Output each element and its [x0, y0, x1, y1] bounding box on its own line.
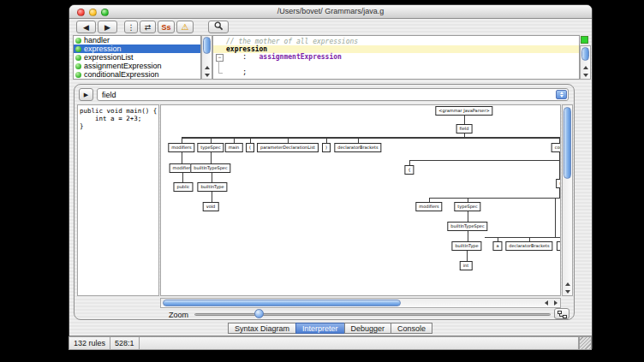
back-icon: ◀	[83, 23, 89, 32]
rule-list-scrollbar-arrows	[202, 63, 212, 79]
tree-node[interactable]: a	[492, 241, 502, 251]
rule-label: conditionalExpression	[84, 70, 159, 79]
rule-list-scrollbar-thumb[interactable]	[203, 37, 211, 54]
match-case-button[interactable]: Ss	[158, 21, 175, 33]
tree-node[interactable]: main	[225, 143, 243, 152]
input-code[interactable]: public void main() { int a = 2+3; }	[77, 104, 159, 296]
tree-node[interactable]: =	[557, 241, 561, 251]
scroll-up-arrow[interactable]	[563, 280, 572, 288]
start-rule-combobox[interactable]: field	[97, 88, 569, 101]
tree-node[interactable]: )	[322, 143, 331, 152]
tree-node[interactable]: typeSpec	[454, 202, 480, 211]
editor-line	[213, 61, 579, 68]
tree-node[interactable]: field	[456, 124, 473, 134]
fold-gutter	[213, 38, 224, 45]
rule-list-item[interactable]: expression	[74, 45, 200, 53]
rule-status-icon	[75, 72, 81, 78]
title-bar[interactable]: /Users/bovet/ Grammars/java.g	[69, 5, 592, 19]
app-window: /Users/bovet/ Grammars/java.g ◀ ▶ ⋮ ⇄ Ss…	[69, 4, 593, 349]
tree-node[interactable]: modifiers	[168, 143, 194, 152]
rule-list-toggle-button[interactable]: ⋮	[124, 21, 138, 33]
search-icon	[214, 21, 224, 33]
run-interpreter-button[interactable]: ▶	[79, 88, 93, 101]
tree-node[interactable]: statement	[556, 179, 561, 188]
tree-hscroll-thumb[interactable]	[163, 300, 401, 306]
fold-gutter	[213, 45, 224, 53]
fold-toggle-icon[interactable]	[213, 53, 224, 61]
editor-scrollbar-thumb[interactable]	[581, 47, 589, 61]
zoom-slider-track[interactable]	[194, 313, 551, 316]
editor-line: expression	[213, 45, 579, 53]
tree-node[interactable]: builtInTypeSpec	[447, 222, 487, 231]
rule-list-item[interactable]: conditionalExpression	[74, 70, 200, 79]
tree-vscroll-thumb[interactable]	[564, 107, 571, 179]
scroll-up-arrow[interactable]	[581, 63, 590, 71]
editor-line: ;	[213, 68, 579, 76]
tree-node[interactable]: public	[173, 182, 193, 192]
tree-node[interactable]: declaratorBrackets	[505, 241, 552, 251]
sort-rules-button[interactable]: ⇄	[140, 21, 156, 33]
export-tree-button[interactable]	[554, 308, 569, 319]
rule-list-scrollbar[interactable]	[201, 35, 212, 80]
syntax-ok-indicator	[581, 36, 588, 44]
tree-vertical-scrollbar[interactable]	[562, 104, 573, 296]
rule-status-icon	[75, 46, 81, 52]
zoom-slider-thumb[interactable]	[254, 309, 264, 318]
grammar-editor[interactable]: // the mother of all expressionsexpressi…	[212, 35, 580, 80]
forward-button[interactable]: ▶	[98, 21, 117, 33]
find-button[interactable]	[208, 21, 229, 33]
scroll-down-arrow[interactable]	[563, 288, 572, 295]
parse-tree-view[interactable]: <grammar JavaParser>fieldmodifierstypeSp…	[160, 104, 561, 296]
editor-line-text: expression	[224, 45, 267, 53]
scroll-left-arrow[interactable]	[541, 299, 551, 307]
tree-node[interactable]: declaratorBrackets	[334, 143, 381, 152]
tree-node[interactable]: int	[460, 261, 473, 270]
warning-icon: ⚠	[182, 22, 189, 32]
editor-scrollbar[interactable]	[580, 45, 591, 80]
warnings-button[interactable]: ⚠	[176, 21, 194, 33]
tab-interpreter[interactable]: Interpreter	[295, 323, 345, 334]
rule-count-cell: 132 rules	[69, 336, 110, 350]
tree-node[interactable]: typeSpec	[197, 143, 224, 152]
tree-horizontal-scrollbar[interactable]	[160, 298, 561, 308]
tab-debugger[interactable]: Debugger	[344, 323, 392, 334]
list-icon: ⋮	[128, 23, 135, 32]
tree-node[interactable]: <grammar JavaParser>	[435, 106, 492, 116]
rule-list-item[interactable]: handler	[74, 36, 200, 45]
combobox-arrows-icon[interactable]	[556, 90, 567, 99]
rule-status-icon	[75, 63, 81, 69]
tree-node[interactable]: modifiers	[415, 202, 442, 211]
start-rule-value: field	[102, 91, 116, 99]
status-message-cell	[139, 336, 579, 350]
tree-node[interactable]: void	[203, 202, 219, 211]
tree-node[interactable]: parameterDeclarationList	[257, 143, 319, 152]
tree-node[interactable]: {	[404, 165, 414, 175]
editor-line-text: : assignmentExpression	[224, 53, 342, 61]
rule-label: assignmentExpression	[84, 62, 162, 70]
view-tab-bar: Syntax DiagramInterpreterDebuggerConsole	[69, 323, 592, 335]
scroll-down-arrow[interactable]	[581, 71, 590, 79]
resize-grip[interactable]	[579, 336, 592, 350]
scroll-down-arrow[interactable]	[202, 71, 212, 79]
tree-node[interactable]: builtInType	[197, 182, 227, 192]
scroll-up-arrow[interactable]	[202, 63, 212, 71]
tree-node[interactable]: compoundStatement	[552, 143, 561, 152]
tab-console[interactable]: Console	[391, 323, 432, 334]
tree-node[interactable]: builtInTypeSpec	[190, 163, 230, 173]
rule-list-item[interactable]: expressionList	[74, 53, 200, 62]
zoom-slider[interactable]	[194, 309, 551, 319]
rule-list-item[interactable]: assignmentExpression	[74, 62, 200, 70]
editor-line-text: ;	[224, 68, 247, 76]
zoom-label: Zoom	[169, 311, 188, 319]
tab-syntax-diagram[interactable]: Syntax Diagram	[228, 323, 296, 334]
sort-arrows-icon: ⇄	[145, 23, 152, 32]
rule-list[interactable]: handlerexpressionexpressionListassignmen…	[73, 35, 201, 80]
editor-line-text: // the mother of all expressions	[224, 38, 358, 45]
rule-label: expressionList	[84, 53, 134, 62]
rule-label: handler	[84, 36, 110, 45]
back-button[interactable]: ◀	[76, 21, 96, 33]
toolbar: ◀ ▶ ⋮ ⇄ Ss ⚠	[69, 19, 592, 35]
forward-icon: ▶	[104, 23, 110, 32]
tree-node[interactable]: (	[246, 143, 254, 152]
tree-node[interactable]: builtInType	[451, 241, 481, 251]
